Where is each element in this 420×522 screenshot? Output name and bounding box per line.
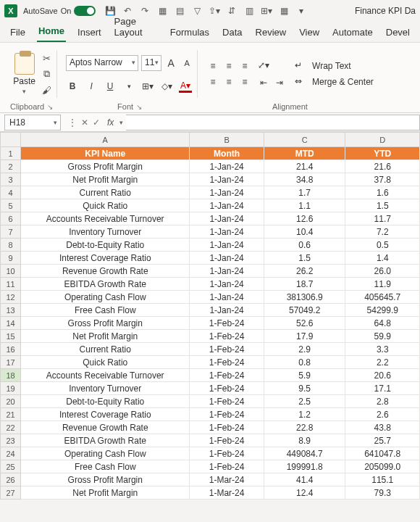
cell[interactable]: Quick Ratio	[21, 356, 190, 369]
row-header[interactable]: 18	[1, 369, 21, 382]
merge-center-button[interactable]: ⇔ Merge & Center	[295, 76, 374, 88]
tab-formulas[interactable]: Formulas	[169, 24, 211, 42]
orientation-icon[interactable]: ⤢▾	[257, 59, 270, 72]
cell[interactable]: Net Profit Margin	[21, 486, 190, 500]
decrease-indent-icon[interactable]: ⇤	[257, 76, 270, 89]
align-top-icon[interactable]: ≡	[206, 59, 219, 72]
tab-developer[interactable]: Devel	[385, 24, 411, 42]
table-row[interactable]: 11EBITDA Growth Rate1-Jan-2418.711.9	[1, 278, 420, 291]
tab-page-layout[interactable]: Page Layout	[113, 13, 159, 42]
cell[interactable]: 1-Jan-24	[190, 199, 264, 212]
filter-icon[interactable]: ▽	[191, 5, 203, 17]
row-header[interactable]: 3	[1, 173, 21, 186]
row-header[interactable]: 14	[1, 317, 21, 330]
table-row[interactable]: 10Revenue Growth Rate1-Jan-2426.226.0	[1, 265, 420, 278]
cell[interactable]: 0.6	[264, 239, 345, 252]
cell[interactable]: 1-Jan-24	[190, 225, 264, 239]
cell[interactable]: 12.6	[264, 212, 345, 225]
cell[interactable]: Current Ratio	[21, 186, 190, 199]
cell[interactable]: 1.5	[264, 252, 345, 265]
header-cell[interactable]: MTD	[264, 147, 345, 160]
autosave-toggle[interactable]: AutoSave On	[23, 6, 96, 16]
cell[interactable]: 115.1	[345, 473, 420, 486]
cell[interactable]: Gross Profit Margin	[21, 317, 190, 330]
cell[interactable]: 2.2	[345, 356, 420, 369]
cut-icon[interactable]: ✂	[41, 52, 53, 64]
copy-icon[interactable]: ⧉	[41, 68, 53, 80]
row-header[interactable]: 21	[1, 408, 21, 421]
table-row[interactable]: 18Accounts Receivable Turnover1-Feb-245.…	[1, 369, 420, 382]
cell[interactable]: 26.0	[345, 265, 420, 278]
cell[interactable]: 1.4	[345, 252, 420, 265]
cell[interactable]: 17.9	[264, 330, 345, 343]
align-bottom-icon[interactable]: ≡	[238, 59, 251, 72]
cell[interactable]: 43.8	[345, 421, 420, 434]
cell[interactable]: Revenue Growth Rate	[21, 421, 190, 434]
cell[interactable]: 1-Feb-24	[190, 356, 264, 369]
header-cell[interactable]: YTD	[345, 147, 420, 160]
row-header[interactable]: 10	[1, 265, 21, 278]
table-row[interactable]: 24Operating Cash Flow1-Feb-24449084.7641…	[1, 447, 420, 460]
row-header[interactable]: 1	[1, 147, 21, 160]
font-launcher-icon[interactable]: ↘	[136, 103, 142, 111]
cell[interactable]: Current Ratio	[21, 343, 190, 356]
cell[interactable]: 641047.8	[345, 447, 420, 460]
cell[interactable]: 1-Feb-24	[190, 447, 264, 460]
row-header[interactable]: 15	[1, 330, 21, 343]
row-header[interactable]: 9	[1, 252, 21, 265]
chevron-down-icon[interactable]: ▾	[22, 88, 26, 95]
table-icon[interactable]: ▤	[174, 5, 185, 17]
cell[interactable]: 2.5	[264, 395, 345, 408]
row-header[interactable]: 8	[1, 239, 21, 252]
fx-dropdown-icon[interactable]: ▾	[117, 119, 126, 126]
cell[interactable]: 9.5	[264, 382, 345, 395]
row-header[interactable]: 22	[1, 421, 21, 434]
cell[interactable]: 57049.2	[264, 304, 345, 317]
cell[interactable]: Accounts Receivable Turnover	[21, 212, 190, 225]
cell[interactable]: Accounts Receivable Turnover	[21, 369, 190, 382]
cell[interactable]: 52.6	[264, 317, 345, 330]
row-header[interactable]: 12	[1, 291, 21, 304]
cell[interactable]: 0.8	[264, 356, 345, 369]
sort-icon[interactable]: ⇵	[226, 5, 238, 17]
row-header[interactable]: 6	[1, 212, 21, 225]
cell[interactable]: 1-Jan-24	[190, 278, 264, 291]
increase-indent-icon[interactable]: ⇥	[273, 76, 286, 89]
cell[interactable]: Quick Ratio	[21, 199, 190, 212]
cell[interactable]: Gross Profit Margin	[21, 160, 190, 173]
cell[interactable]: Inventory Turnover	[21, 382, 190, 395]
cell[interactable]: 21.4	[264, 160, 345, 173]
cell[interactable]: 2.9	[264, 343, 345, 356]
cell[interactable]: 18.7	[264, 278, 345, 291]
tab-automate[interactable]: Automate	[331, 24, 374, 42]
cell[interactable]: Net Profit Margin	[21, 330, 190, 343]
cell[interactable]: Inventory Turnover	[21, 225, 190, 239]
cell[interactable]: 1-Jan-24	[190, 304, 264, 317]
cell[interactable]: EBITDA Growth Rate	[21, 278, 190, 291]
table-row[interactable]: 3Net Profit Margin1-Jan-2434.837.8	[1, 173, 420, 186]
cell[interactable]: 5.9	[264, 369, 345, 382]
table-row[interactable]: 22Revenue Growth Rate1-Feb-2422.843.8	[1, 421, 420, 434]
cell[interactable]: 3.3	[345, 343, 420, 356]
table-row[interactable]: 23EBITDA Growth Rate1-Feb-248.925.7	[1, 434, 420, 447]
table-row[interactable]: 14Gross Profit Margin1-Feb-2452.664.8	[1, 317, 420, 330]
cell[interactable]: 1-Jan-24	[190, 265, 264, 278]
font-name-select[interactable]: Aptos Narrow	[66, 55, 138, 71]
cell[interactable]: 8.9	[264, 434, 345, 447]
cell[interactable]: Debt-to-Equity Ratio	[21, 395, 190, 408]
table-row[interactable]: 2Gross Profit Margin1-Jan-2421.421.6	[1, 160, 420, 173]
cell[interactable]: 1-Mar-24	[190, 473, 264, 486]
cell[interactable]: 10.4	[264, 225, 345, 239]
cell[interactable]: 1-Feb-24	[190, 317, 264, 330]
cell[interactable]: 54299.9	[345, 304, 420, 317]
tab-file[interactable]: File	[9, 24, 27, 42]
col-header-c[interactable]: C	[264, 133, 345, 147]
cell[interactable]: 64.8	[345, 317, 420, 330]
table-row[interactable]: 6Accounts Receivable Turnover1-Jan-2412.…	[1, 212, 420, 225]
cell[interactable]: 1-Feb-24	[190, 460, 264, 473]
cell[interactable]: 1-Mar-24	[190, 486, 264, 500]
cell[interactable]: 449084.7	[264, 447, 345, 460]
calendar-icon[interactable]: ▦	[278, 5, 290, 17]
cell[interactable]: 1-Jan-24	[190, 252, 264, 265]
align-right-icon[interactable]: ≡	[238, 75, 251, 88]
